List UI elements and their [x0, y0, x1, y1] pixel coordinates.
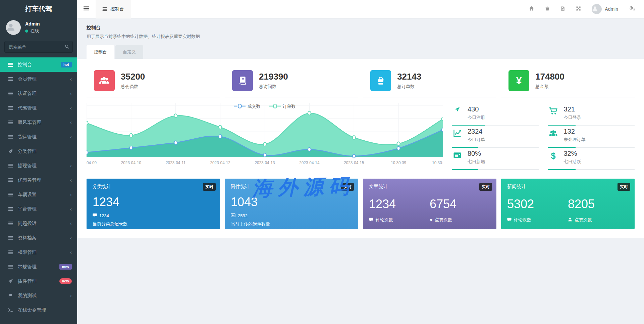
sidebar-item-label: 权限管理: [18, 249, 37, 256]
sidebar-item-label: 问题投诉: [18, 221, 37, 227]
sidebar-item[interactable]: 货运管理‹: [0, 130, 77, 144]
clear-cache-icon[interactable]: [560, 6, 565, 12]
sidebar-item-label: 我的测试: [18, 293, 37, 299]
stat-value: 174800: [535, 72, 565, 82]
top-navbar: 控制台 Admin: [77, 0, 644, 18]
menu-badge: new: [59, 264, 72, 270]
dollar-icon: $: [548, 150, 559, 161]
stat-card: ¥174800总金额: [501, 66, 635, 97]
realtime-badge: 实时: [479, 183, 492, 191]
sidebar-item[interactable]: 我的测试‹: [0, 288, 77, 303]
sidebar-menu: 控制台hot会员管理‹认证管理‹代驾管理‹顺风车管理‹货运管理‹分类管理提现管理…: [0, 57, 77, 324]
svg-text:2023-04-15: 2023-04-15: [344, 160, 364, 165]
navbar-tab-console[interactable]: 控制台: [96, 0, 131, 18]
svg-text:2023-04-14: 2023-04-14: [299, 160, 320, 165]
summary-cards-row: 分类统计 实时 1234 1234 当前分类总记录数 附件统计 实时 1043 …: [82, 170, 639, 229]
trash-icon[interactable]: [545, 6, 550, 12]
sidebar-item[interactable]: 优惠券管理‹: [0, 173, 77, 187]
legend-item[interactable]: 订单数: [269, 103, 296, 109]
list-icon: [7, 163, 13, 168]
card-title: 新闻统计: [507, 184, 629, 190]
sidebar-item[interactable]: 认证管理‹: [0, 86, 77, 101]
svg-text:2023-04-13: 2023-04-13: [255, 160, 275, 165]
sidebar-item[interactable]: 会员管理‹: [0, 72, 77, 86]
tab-console[interactable]: 控制台: [87, 45, 114, 59]
mini-stat-progress: [548, 125, 635, 126]
mini-stat-label: 七日新增: [468, 159, 485, 165]
home-icon[interactable]: [529, 6, 534, 12]
category-stats-card: 分类统计 实时 1234 1234 当前分类总记录数: [87, 179, 220, 229]
stat-label: 总访问数: [259, 84, 288, 90]
chevron-left-icon: ‹: [70, 235, 72, 241]
online-dot-icon: [25, 30, 28, 33]
sidebar-item[interactable]: 平台管理‹: [0, 202, 77, 216]
rocket-icon: [452, 105, 463, 112]
list-icon: [7, 105, 13, 110]
fullscreen-icon[interactable]: [576, 6, 581, 12]
sidebar-item[interactable]: 代驾管理‹: [0, 101, 77, 115]
list-icon: [7, 77, 13, 82]
sidebar-item[interactable]: 常规管理new: [0, 260, 77, 274]
stat-label: 总订单数: [397, 84, 421, 90]
newspaper-icon: [452, 150, 463, 159]
mini-stat-value: 80%: [468, 150, 485, 157]
chevron-left-icon: ‹: [70, 206, 72, 212]
content-tabs: 控制台 自定义: [87, 45, 635, 59]
sidebar-item-label: 优惠券管理: [18, 177, 41, 183]
sidebar-item[interactable]: 插件管理new: [0, 274, 77, 288]
sidebar-item-label: 提现管理: [18, 163, 37, 169]
mini-stat-label: 未处理订单: [564, 137, 586, 143]
search-icon[interactable]: [65, 44, 69, 50]
bag-icon: [370, 70, 391, 91]
sidebar-item[interactable]: 在线命令管理: [0, 303, 77, 317]
orders-area-chart: 成交数订单数 04-092023-04-102023-04-112023-04-…: [87, 103, 443, 170]
leaf-icon: [7, 149, 13, 154]
sidebar-item-label: 认证管理: [18, 91, 37, 97]
settings-gears-icon[interactable]: [629, 6, 635, 12]
trash-icon: [545, 6, 550, 12]
mini-stat: 132未处理订单: [548, 126, 635, 148]
stat-label: 总会员数: [121, 84, 145, 90]
mini-stat: 80%七日新增: [452, 148, 539, 170]
main-area: 控制台 Admin 控制台 用于展示当前系统中的统计数据、统计报表及重要实时数据…: [77, 0, 644, 324]
svg-text:2023-04-12: 2023-04-12: [210, 160, 230, 165]
chevron-left-icon: ‹: [70, 91, 72, 96]
app-title: 打车代驾: [0, 0, 77, 17]
sidebar-item[interactable]: 问题投诉‹: [0, 216, 77, 231]
user-status: 在线: [25, 28, 40, 34]
chevron-left-icon: ‹: [70, 134, 72, 140]
stat-value: 35200: [121, 72, 145, 82]
sidebar-item[interactable]: 顺风车管理‹: [0, 115, 77, 130]
tab-custom[interactable]: 自定义: [115, 45, 143, 59]
navbar-user-menu[interactable]: Admin: [592, 4, 618, 14]
sidebar-item[interactable]: 分类管理: [0, 144, 77, 158]
list-icon: [7, 134, 13, 139]
stat-card: 35200总会员数: [87, 66, 220, 97]
sidebar-item[interactable]: 提现管理‹: [0, 158, 77, 173]
sidebar-item-label: 货运管理: [18, 134, 37, 140]
sidebar-item[interactable]: 车辆设置‹: [0, 187, 77, 202]
sidebar-item-label: 插件管理: [18, 278, 37, 284]
sidebar-item[interactable]: 资料档案‹: [0, 231, 77, 245]
mini-stat-label: 七日活跃: [564, 159, 581, 165]
menu-badge: new: [59, 278, 72, 284]
search-input[interactable]: [4, 41, 73, 53]
menu-badge: hot: [61, 62, 72, 67]
list-icon: [7, 120, 13, 125]
sidebar-item-label: 在线命令管理: [18, 307, 46, 313]
home-icon: [529, 6, 534, 12]
stat-value: 219390: [259, 72, 288, 82]
sidebar-toggle-button[interactable]: [77, 6, 96, 12]
chevron-left-icon: ‹: [70, 105, 72, 111]
stat-label: 总金额: [535, 84, 565, 90]
legend-item[interactable]: 成交数: [234, 103, 261, 109]
sidebar-item[interactable]: 控制台hot: [0, 57, 77, 72]
mini-stat-progress: [452, 125, 539, 126]
sidebar-item-label: 代驾管理: [18, 105, 37, 111]
person-icon: [592, 5, 602, 13]
article-stats-card: 文章统计 实时 1234 评论次数 6754 ♥点赞次数: [363, 179, 496, 229]
card-caption: 当前分类总记录数: [93, 221, 214, 227]
user-profile[interactable]: Admin 在线: [0, 17, 77, 40]
page-subtitle: 用于展示当前系统中的统计数据、统计报表及重要实时数据: [87, 34, 635, 40]
sidebar-item[interactable]: 权限管理‹: [0, 245, 77, 260]
